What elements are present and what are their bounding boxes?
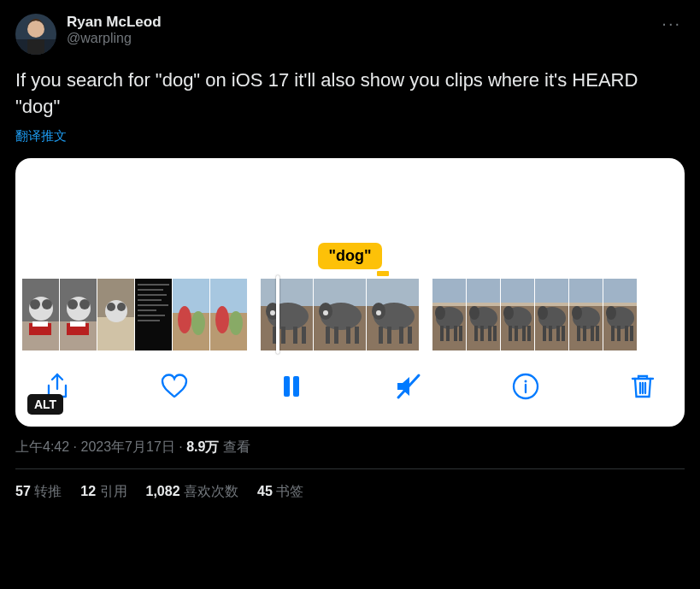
svg-rect-102 bbox=[562, 326, 565, 341]
svg-rect-53 bbox=[326, 327, 330, 344]
svg-point-57 bbox=[323, 310, 328, 315]
svg-point-107 bbox=[572, 306, 582, 320]
svg-point-89 bbox=[503, 306, 514, 320]
tweet-container: Ryan McLeod @warpling ··· If you search … bbox=[0, 0, 700, 501]
stat-likes[interactable]: 1,082 喜欢次数 bbox=[146, 483, 239, 501]
tweet-time: 上午4:42 bbox=[15, 439, 69, 454]
svg-rect-72 bbox=[440, 326, 444, 341]
svg-rect-69 bbox=[432, 303, 466, 306]
svg-point-2 bbox=[27, 21, 44, 38]
svg-rect-47 bbox=[302, 327, 306, 344]
stat-bookmarks[interactable]: 45 书签 bbox=[257, 483, 303, 501]
svg-rect-3 bbox=[27, 39, 44, 55]
svg-rect-110 bbox=[591, 326, 594, 341]
svg-rect-25 bbox=[138, 289, 163, 291]
playhead[interactable] bbox=[276, 275, 279, 354]
svg-rect-55 bbox=[346, 327, 350, 344]
svg-rect-17 bbox=[70, 321, 85, 327]
svg-rect-76 bbox=[467, 279, 500, 303]
heart-icon[interactable] bbox=[156, 368, 192, 404]
svg-rect-62 bbox=[379, 327, 383, 344]
svg-rect-90 bbox=[509, 326, 512, 341]
avatar[interactable] bbox=[15, 14, 56, 55]
more-icon[interactable]: ··· bbox=[662, 14, 681, 33]
caption-row: "dog" bbox=[15, 244, 685, 269]
svg-rect-94 bbox=[535, 279, 568, 303]
svg-rect-67 bbox=[432, 279, 466, 303]
svg-rect-83 bbox=[488, 326, 491, 341]
timeline-thumbnails[interactable] bbox=[15, 269, 685, 351]
thumbnail bbox=[173, 279, 209, 350]
svg-rect-91 bbox=[515, 326, 518, 341]
svg-point-14 bbox=[68, 299, 78, 309]
thumbnail bbox=[535, 279, 568, 350]
stat-retweets[interactable]: 57 转推 bbox=[15, 483, 62, 501]
svg-rect-65 bbox=[408, 327, 412, 344]
svg-point-125 bbox=[525, 380, 527, 383]
svg-rect-24 bbox=[138, 284, 169, 286]
trash-icon[interactable] bbox=[625, 368, 661, 404]
handle: @warpling bbox=[67, 31, 651, 46]
svg-rect-46 bbox=[293, 327, 297, 344]
translate-link[interactable]: 翻译推文 bbox=[15, 128, 685, 144]
svg-rect-122 bbox=[293, 376, 299, 397]
thumbnail bbox=[97, 279, 134, 350]
svg-rect-81 bbox=[474, 326, 478, 341]
clip-group-1[interactable] bbox=[22, 279, 247, 350]
clip-group-2[interactable] bbox=[261, 279, 419, 350]
svg-rect-10 bbox=[32, 321, 48, 327]
svg-rect-112 bbox=[603, 279, 637, 303]
alt-badge[interactable]: ALT bbox=[27, 394, 63, 415]
tweet-header: Ryan McLeod @warpling ··· bbox=[15, 14, 685, 55]
svg-rect-103 bbox=[569, 279, 603, 303]
svg-rect-85 bbox=[501, 279, 534, 303]
svg-rect-96 bbox=[535, 303, 568, 306]
svg-point-21 bbox=[107, 303, 115, 311]
thumbnail bbox=[261, 279, 313, 350]
svg-rect-105 bbox=[569, 303, 603, 306]
tweet-date: 2023年7月17日 bbox=[80, 439, 174, 454]
thumbnail bbox=[367, 279, 419, 350]
author-name-block[interactable]: Ryan McLeod @warpling bbox=[67, 14, 651, 46]
views-label: 查看 bbox=[223, 439, 250, 454]
media-card[interactable]: "dog" bbox=[15, 158, 685, 427]
svg-rect-56 bbox=[355, 327, 359, 344]
svg-rect-117 bbox=[611, 326, 615, 341]
thumbnail bbox=[60, 279, 97, 350]
svg-rect-108 bbox=[577, 326, 580, 341]
svg-rect-58 bbox=[367, 279, 419, 306]
thumbnail bbox=[135, 279, 172, 350]
svg-rect-54 bbox=[334, 327, 338, 344]
svg-rect-87 bbox=[501, 303, 534, 306]
svg-rect-74 bbox=[454, 326, 457, 341]
svg-rect-75 bbox=[459, 326, 462, 341]
svg-point-98 bbox=[538, 306, 548, 320]
svg-rect-109 bbox=[583, 326, 586, 341]
svg-point-20 bbox=[105, 300, 127, 322]
thumbnail bbox=[467, 279, 500, 350]
svg-rect-111 bbox=[596, 326, 599, 341]
svg-rect-29 bbox=[138, 309, 156, 311]
thumbnail bbox=[432, 279, 466, 350]
svg-rect-63 bbox=[387, 327, 391, 344]
svg-rect-92 bbox=[522, 326, 526, 341]
svg-point-34 bbox=[178, 306, 191, 333]
svg-point-15 bbox=[79, 299, 90, 309]
clip-group-3[interactable] bbox=[432, 279, 637, 350]
svg-rect-40 bbox=[261, 279, 313, 306]
pause-icon[interactable] bbox=[274, 368, 309, 404]
svg-rect-45 bbox=[281, 327, 285, 344]
info-icon[interactable] bbox=[508, 368, 544, 404]
stat-quotes[interactable]: 12 引用 bbox=[80, 483, 126, 501]
svg-rect-26 bbox=[138, 294, 167, 296]
timestamp-line[interactable]: 上午4:42 · 2023年7月17日 · 8.9万 查看 bbox=[15, 439, 685, 456]
thumbnail bbox=[314, 279, 366, 350]
thumbnail bbox=[210, 279, 247, 350]
media-controls bbox=[15, 351, 685, 427]
thumbnail bbox=[569, 279, 603, 350]
svg-rect-27 bbox=[138, 299, 162, 301]
match-marker bbox=[377, 271, 389, 276]
tweet-text: If you search for "dog" on iOS 17 it'll … bbox=[15, 67, 685, 120]
svg-rect-32 bbox=[173, 279, 209, 313]
mute-icon[interactable] bbox=[391, 368, 426, 404]
